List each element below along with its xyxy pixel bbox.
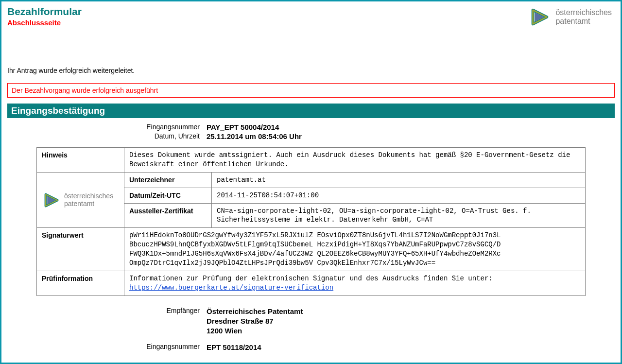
title-block: Bezahlformular Abschlussseite	[7, 5, 82, 27]
payment-status-box: Der Bezahlvorgang wurde erfolgreich ausg…	[7, 83, 615, 98]
patentamt-logo-icon	[528, 5, 552, 29]
datum-uhrzeit-label: Datum, Uhrzeit	[130, 132, 207, 140]
signature-verification-link[interactable]: https://www.buergerkarte.at/signature-ve…	[129, 284, 333, 292]
header: Bezahlformular Abschlussseite österreich…	[7, 5, 615, 29]
aussteller-zertifikat-label: Aussteller-Zertifikat	[124, 203, 212, 228]
patentamt-logo: österreichisches patentamt	[528, 5, 612, 29]
recipient-city: 1200 Wien	[207, 326, 303, 336]
datum-uhrzeit-value: 25.11.2014 um 08:54:06 Uhr	[207, 132, 302, 140]
aussteller-zertifikat-value: CN=a-sign-corporate-light-02, OU=a-sign-…	[212, 203, 586, 228]
hinweis-text: Dieses Dokument wurde amtssigniert. Auch…	[124, 148, 586, 173]
recipient-eingangsnummer-label: Eingangsnummer	[130, 343, 207, 352]
confirmation-section-header: Eingangsbestätigung	[7, 104, 615, 118]
page-frame: Bezahlformular Abschlussseite österreich…	[0, 0, 622, 364]
empfaenger-value: Österreichisches Patentamt Dresdner Stra…	[207, 307, 303, 336]
patentamt-logo-text: österreichisches patentamt	[555, 8, 612, 25]
page-subtitle: Abschlussseite	[7, 18, 82, 27]
datum-zeit-utc-value: 2014-11-25T08:54:07+01:00	[212, 188, 586, 203]
confirmation-meta: Eingangsnummer PAY_EPT 50004/2014 Datum,…	[130, 123, 615, 140]
recipient-number-row: Eingangsnummer EPT 50118/2014	[130, 343, 615, 352]
signaturwert-label: Signaturwert	[37, 228, 124, 271]
recipient-street: Dresdner Straße 87	[207, 316, 303, 326]
signature-logo-cell: österreichisches patentamt	[37, 172, 124, 228]
signature-logo-text: österreichisches patentamt	[64, 192, 113, 208]
datum-zeit-utc-label: Datum/Zeit-UTC	[124, 188, 212, 203]
recipient-eingangsnummer-value: EPT 50118/2014	[207, 343, 261, 352]
meta-row-number: Eingangsnummer PAY_EPT 50004/2014	[130, 123, 615, 131]
unterzeichner-label: Unterzeichner	[124, 172, 212, 188]
patentamt-logo-icon	[42, 191, 61, 210]
pruefinformation-label: Prüfinformation	[37, 271, 124, 295]
signaturwert-value: pWr11HEdoknTo8OUDrGS2gwYfw4y3Z1YF57xL5RJ…	[124, 228, 586, 271]
signature-table: Hinweis Dieses Dokument wurde amtssignie…	[36, 147, 586, 296]
hinweis-label: Hinweis	[37, 148, 124, 173]
pruefinformation-text: Informationen zur Prüfung der elektronis…	[124, 271, 586, 295]
recipient-block: Empfänger Österreichisches Patentamt Dre…	[130, 307, 615, 353]
eingangsnummer-label: Eingangsnummer	[130, 123, 207, 131]
unterzeichner-value: patentamt.at	[212, 172, 586, 188]
page-title: Bezahlformular	[7, 5, 82, 17]
eingangsnummer-value: PAY_EPT 50004/2014	[207, 123, 279, 131]
forward-message: Ihr Antrag wurde erfolgreich weitergelei…	[7, 67, 615, 74]
meta-row-datetime: Datum, Uhrzeit 25.11.2014 um 08:54:06 Uh…	[130, 132, 615, 140]
recipient-name: Österreichisches Patentamt	[207, 307, 303, 316]
empfaenger-label: Empfänger	[130, 307, 207, 336]
recipient-row: Empfänger Österreichisches Patentamt Dre…	[130, 307, 615, 336]
